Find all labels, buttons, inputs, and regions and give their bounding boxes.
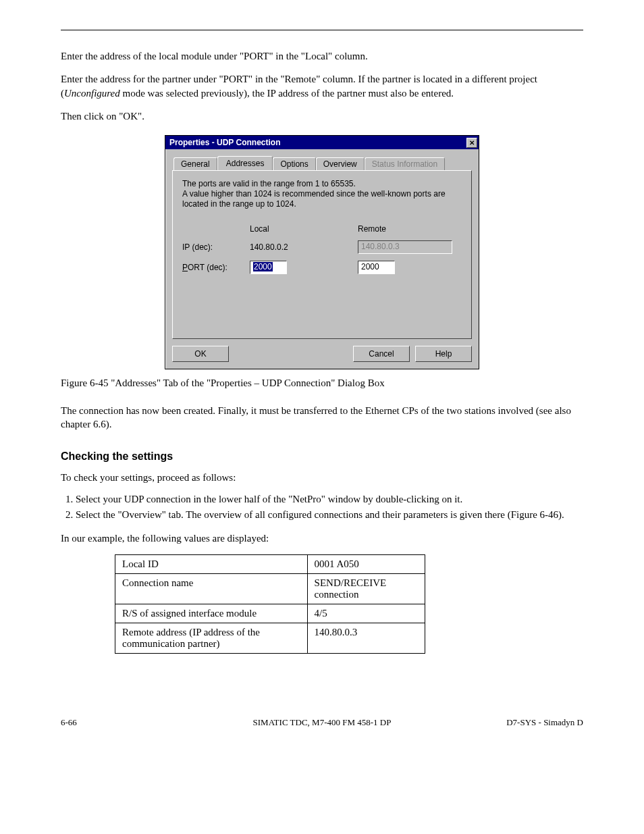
dialog-udp-properties: Properties - UDP Connection ✕ General Ad…	[165, 135, 479, 369]
port-local-input[interactable]: 2000	[250, 261, 287, 274]
row-ip-label: IP (dec):	[182, 242, 250, 252]
list-item: Select your UDP connection in the lower …	[76, 494, 583, 505]
ip-remote-field: 140.80.0.3	[358, 240, 452, 254]
col-remote-header: Remote	[358, 224, 466, 234]
cell-label: Connection name	[115, 574, 308, 604]
help-button[interactable]: Help	[415, 346, 472, 362]
table-row: Local ID 0001 A050	[115, 555, 425, 574]
tab-options[interactable]: Options	[273, 157, 315, 170]
cell-label: Local ID	[115, 555, 308, 574]
tab-status-information: Status Information	[365, 157, 445, 170]
footer-center: SIMATIC TDC, M7-400 FM 458-1 DP	[253, 717, 392, 728]
info-line-1: The ports are valid in the range from 1 …	[182, 179, 462, 189]
dialog-titlebar[interactable]: Properties - UDP Connection ✕	[165, 136, 479, 149]
footer-left: 6-66	[61, 717, 77, 728]
ip-local-value: 140.80.0.2	[250, 242, 358, 252]
footer-right: D7-SYS - Simadyn D	[506, 717, 583, 728]
top-rule	[61, 30, 583, 30]
cell-label: Remote address (IP address of the commun…	[115, 623, 308, 654]
steps-list: Select your UDP connection in the lower …	[61, 494, 583, 521]
tab-addresses[interactable]: Addresses	[217, 156, 273, 170]
intro-p1: Enter the address of the local module un…	[61, 49, 583, 63]
info-line-2: A value higher than 1024 is recommended …	[182, 189, 462, 209]
page-footer: 6-66 SIMATIC TDC, M7-400 FM 458-1 DP D7-…	[61, 701, 583, 728]
tab-row: General Addresses Options Overview Statu…	[172, 156, 472, 170]
row-port-label: PORT (dec):	[182, 263, 250, 272]
list-item: Select the "Overview" tab. The overview …	[76, 509, 583, 521]
after-p1: The connection has now been created. Fin…	[61, 404, 583, 432]
close-button[interactable]: ✕	[466, 138, 477, 148]
intro-block: Enter the address of the local module un…	[61, 49, 583, 123]
cell-value: 0001 A050	[307, 555, 425, 574]
cell-value: SEND/RECEIVE connection	[307, 574, 425, 604]
settings-table: Local ID 0001 A050 Connection name SEND/…	[115, 554, 425, 654]
tab-panel-addresses: The ports are valid in the range from 1 …	[172, 170, 472, 339]
close-icon: ✕	[469, 139, 475, 147]
table-row: Remote address (IP address of the commun…	[115, 623, 425, 654]
ok-button[interactable]: OK	[172, 346, 229, 362]
cell-label: R/S of assigned interface module	[115, 604, 308, 623]
section-heading: Checking the settings	[61, 450, 583, 463]
info-text: The ports are valid in the range from 1 …	[182, 179, 462, 209]
tab-overview[interactable]: Overview	[316, 157, 365, 170]
tab-general[interactable]: General	[173, 157, 217, 170]
table-row: R/S of assigned interface module 4/5	[115, 604, 425, 623]
figure-caption: Figure 6-45 "Addresses" Tab of the "Prop…	[61, 377, 583, 389]
table-row: Connection name SEND/RECEIVE connection	[115, 574, 425, 604]
cancel-button[interactable]: Cancel	[353, 346, 410, 362]
cell-value: 4/5	[307, 604, 425, 623]
col-local-header: Local	[250, 224, 358, 234]
section-lead: To check your settings, proceed as follo…	[61, 471, 583, 484]
intro-p3: Then click on "OK".	[61, 109, 583, 123]
port-remote-input[interactable]: 2000	[358, 261, 395, 274]
dialog-title: Properties - UDP Connection	[169, 138, 280, 147]
table-lead: In our example, the following values are…	[61, 531, 583, 545]
intro-p2: Enter the address for the partner under …	[61, 72, 583, 100]
cell-value: 140.80.0.3	[307, 623, 425, 654]
